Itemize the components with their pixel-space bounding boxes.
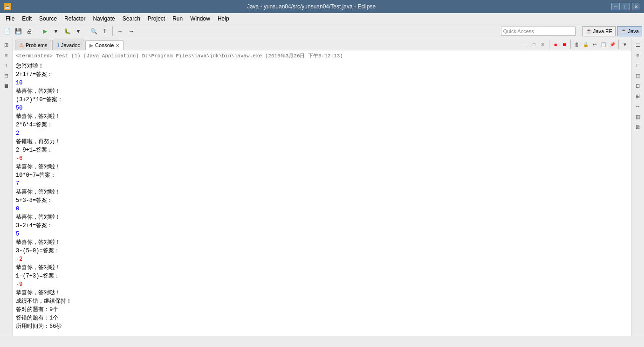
right-sidebar-icon-8[interactable]: ▤ bbox=[633, 112, 643, 121]
print-button[interactable]: 🖨 bbox=[24, 26, 34, 36]
console-line-24: 恭喜你，答对啦！ bbox=[16, 264, 628, 272]
console-line-9: 答错啦，再努力！ bbox=[16, 138, 628, 146]
sidebar-icon-1[interactable]: ⊞ bbox=[2, 40, 11, 49]
menu-item-help[interactable]: Help bbox=[214, 14, 233, 23]
console-line-2: 10 bbox=[16, 79, 628, 87]
run-dropdown[interactable]: ▼ bbox=[51, 26, 61, 36]
console-close-icon[interactable]: ✕ bbox=[116, 43, 119, 48]
java-ee-label: Java EE bbox=[593, 28, 612, 34]
pin-console-btn[interactable]: 📌 bbox=[608, 40, 617, 49]
left-sidebar: ⊞ ≡ ↕ ⊟ ≣ bbox=[0, 38, 13, 336]
console-line-10: 2-9+1=答案： bbox=[16, 146, 628, 154]
console-line-1: 2+1+7=答案： bbox=[16, 70, 628, 79]
java-ee-icon: ☕ bbox=[586, 28, 592, 34]
menu-item-window[interactable]: Window bbox=[186, 14, 214, 23]
tab-console[interactable]: ▶ Console ✕ bbox=[85, 40, 123, 50]
menu-item-refactor[interactable]: Refactor bbox=[61, 14, 89, 23]
open-console-btn[interactable]: 📋 bbox=[599, 40, 608, 49]
sidebar-icon-2[interactable]: ≡ bbox=[2, 50, 11, 60]
java-icon: ☕ bbox=[621, 28, 627, 34]
menu-item-navigate[interactable]: Navigate bbox=[89, 14, 118, 23]
right-sidebar-icon-7[interactable]: ↔ bbox=[633, 102, 643, 111]
tab-sep2 bbox=[570, 40, 571, 49]
debug-dropdown[interactable]: ▼ bbox=[73, 26, 83, 36]
center-content: ⚠ Problems J Javadoc ▶ Console ✕ — □ ✕ ■… bbox=[13, 38, 631, 336]
menu-item-file[interactable]: File bbox=[2, 14, 18, 23]
word-wrap-btn[interactable]: ↩ bbox=[590, 40, 599, 49]
toolbar-sep-4 bbox=[579, 27, 579, 36]
next-edit-btn[interactable]: → bbox=[126, 26, 137, 36]
console-line-18: 恭喜你，答对啦！ bbox=[16, 213, 628, 222]
new-button[interactable]: 📄 bbox=[2, 26, 12, 36]
console-line-4: (3+2)*10=答案： bbox=[16, 96, 628, 104]
console-line-14: 7 bbox=[16, 180, 628, 188]
menu-item-source[interactable]: Source bbox=[35, 14, 61, 23]
toolbar-sep-2 bbox=[86, 27, 86, 36]
console-line-31: 所用时间为：66秒 bbox=[16, 322, 628, 331]
open-type-btn[interactable]: T bbox=[100, 26, 110, 36]
terminate-all-btn[interactable]: ⏹ bbox=[560, 40, 569, 49]
menu-item-run[interactable]: Run bbox=[169, 14, 186, 23]
search-btn[interactable]: 🔍 bbox=[89, 26, 99, 36]
minimize-button[interactable]: ─ bbox=[611, 3, 620, 10]
tab-javadoc[interactable]: J Javadoc bbox=[52, 40, 84, 50]
problems-icon: ⚠ bbox=[19, 42, 24, 48]
quick-access-input[interactable]: Quick Access bbox=[501, 27, 575, 36]
debug-button[interactable]: 🐛 bbox=[62, 26, 72, 36]
javadoc-icon: J bbox=[56, 42, 59, 48]
toolbar-sep-1 bbox=[37, 27, 37, 36]
console-line-19: 3-2+4=答案： bbox=[16, 222, 628, 230]
right-sidebar-icon-4[interactable]: ◫ bbox=[633, 71, 643, 80]
tab-console-label: Console bbox=[95, 42, 114, 48]
sidebar-icon-3[interactable]: ↕ bbox=[2, 61, 11, 70]
tab-sep3 bbox=[618, 40, 619, 49]
toolbar-sep-3 bbox=[112, 27, 113, 36]
console-line-13: 10*0+7=答案： bbox=[16, 171, 628, 180]
console-line-21: 恭喜你，答对啦！ bbox=[16, 238, 628, 247]
menu-item-project[interactable]: Project bbox=[144, 14, 169, 23]
prev-edit-btn[interactable]: ← bbox=[115, 26, 125, 36]
run-button[interactable]: ▶ bbox=[40, 26, 50, 36]
java-label: Java bbox=[628, 28, 639, 34]
maximize-button[interactable]: □ bbox=[622, 3, 630, 10]
close-view-btn[interactable]: ✕ bbox=[539, 40, 547, 49]
java-ee-perspective-btn[interactable]: ☕ Java EE bbox=[582, 26, 616, 36]
right-sidebar-icon-5[interactable]: ⊟ bbox=[633, 81, 643, 90]
tab-javadoc-label: Javadoc bbox=[61, 42, 80, 48]
console-line-16: 5+3-8=答案： bbox=[16, 196, 628, 205]
right-sidebar-icon-1[interactable]: ☰ bbox=[633, 40, 643, 49]
right-sidebar-icon-9[interactable]: ⊠ bbox=[633, 122, 643, 132]
minimize-view-btn[interactable]: — bbox=[521, 40, 529, 49]
scroll-lock-btn[interactable]: 🔒 bbox=[582, 40, 590, 49]
save-button[interactable]: 💾 bbox=[13, 26, 23, 36]
console-line-20: 5 bbox=[16, 230, 628, 238]
console-line-22: 3-(5+0)=答案： bbox=[16, 247, 628, 255]
terminate-btn[interactable]: ■ bbox=[551, 40, 560, 49]
toolbar-right: Quick Access ☕ Java EE ☕ Java bbox=[501, 26, 642, 36]
tab-controls: — □ ✕ ■ ⏹ 🗑 🔒 ↩ 📋 📌 ▼ bbox=[521, 40, 631, 50]
tab-problems[interactable]: ⚠ Problems bbox=[15, 40, 51, 50]
console-line-25: 1-(7+3)=答案： bbox=[16, 272, 628, 280]
menu-item-edit[interactable]: Edit bbox=[18, 14, 35, 23]
right-sidebar-icon-6[interactable]: ⊞ bbox=[633, 91, 643, 101]
console-output[interactable]: <terminated> Test (1) [Java Application]… bbox=[13, 50, 631, 336]
close-button[interactable]: ✕ bbox=[632, 3, 640, 10]
sidebar-icon-5[interactable]: ≣ bbox=[2, 81, 11, 90]
java-perspective-btn[interactable]: ☕ Java bbox=[617, 26, 642, 36]
maximize-view-btn[interactable]: □ bbox=[530, 40, 538, 49]
terminated-line: <terminated> Test (1) [Java Application]… bbox=[16, 52, 628, 60]
toolbar: 📄 💾 🖨 ▶ ▼ 🐛 ▼ 🔍 T ← → Quick Access ☕ Jav… bbox=[0, 24, 644, 38]
title-bar: ☕ Java - yunsuan04/src/yunsuan04/Test.ja… bbox=[0, 0, 644, 13]
clear-console-btn[interactable]: 🗑 bbox=[573, 40, 581, 49]
right-sidebar-icon-3[interactable]: □ bbox=[633, 61, 643, 70]
right-sidebar-icon-2[interactable]: ≡ bbox=[633, 50, 643, 60]
console-line-6: 恭喜你，答对啦！ bbox=[16, 112, 628, 121]
console-line-28: 成绩不错，继续保持！ bbox=[16, 297, 628, 305]
sidebar-icon-4[interactable]: ⊟ bbox=[2, 71, 11, 80]
console-line-17: 0 bbox=[16, 205, 628, 213]
view-menu-btn[interactable]: ▼ bbox=[621, 40, 629, 49]
main-layout: ⊞ ≡ ↕ ⊟ ≣ ⚠ Problems J Javadoc ▶ Console… bbox=[0, 38, 644, 336]
menu-item-search[interactable]: Search bbox=[119, 14, 144, 23]
status-bar bbox=[0, 336, 644, 347]
quick-access-label: Quick Access bbox=[503, 28, 534, 34]
